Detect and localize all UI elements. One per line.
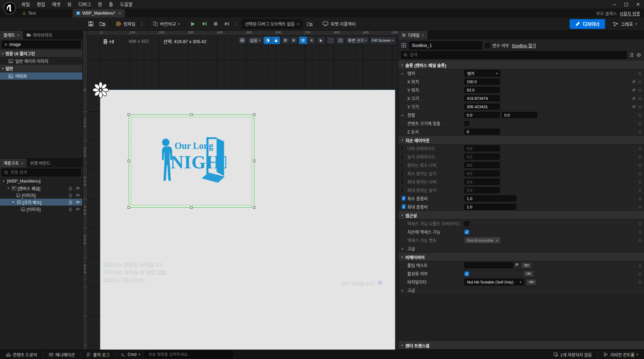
height-override-input[interactable]: 0.0	[464, 154, 500, 160]
menu-window[interactable]: 창	[95, 0, 106, 9]
browse-asset-button[interactable]	[97, 19, 108, 29]
tab-hierarchy[interactable]: 계층구조 ×	[0, 159, 27, 167]
min-desired-width-input[interactable]: 0.0	[464, 162, 500, 168]
view-options-icon[interactable]	[629, 53, 634, 57]
hierarchy-search-input[interactable]	[10, 170, 78, 175]
stop-button[interactable]	[211, 19, 221, 29]
eye-icon[interactable]	[75, 200, 80, 204]
maximize-button[interactable]	[620, 0, 632, 9]
lock-open-icon[interactable]	[68, 193, 73, 198]
save-button[interactable]	[85, 19, 96, 29]
bind-diamond-icon[interactable]: ◇	[638, 263, 641, 267]
tooltip-bind-button[interactable]	[521, 262, 532, 269]
reset-icon[interactable]: ↺	[632, 104, 635, 109]
alignment-y-input[interactable]: 0.0	[502, 112, 537, 118]
settings-gear-icon[interactable]	[636, 53, 641, 57]
max-desired-width-checkbox[interactable]	[402, 180, 402, 184]
bind-diamond-icon[interactable]: ◇	[638, 105, 641, 109]
expander-icon[interactable]: ▾	[6, 186, 10, 190]
tree-row-canvas-panel[interactable]: ▾ [캔버스 패널]	[0, 185, 82, 192]
menu-help[interactable]: 도움말	[117, 0, 136, 9]
bind-diamond-icon[interactable]: ◇	[638, 155, 641, 159]
expander-icon[interactable]: ▾	[1, 180, 6, 183]
bind-diamond-icon[interactable]: ◇	[638, 230, 641, 234]
max-aspect-input[interactable]: 1.0	[464, 204, 516, 210]
tab-details[interactable]: 디테일 ×	[398, 31, 427, 39]
max-aspect-checkbox[interactable]: ✓	[402, 204, 406, 209]
close-icon[interactable]: ×	[21, 161, 23, 165]
size-to-content-checkbox[interactable]	[464, 121, 469, 126]
details-searchbox[interactable]	[401, 51, 627, 59]
min-desired-width-checkbox[interactable]	[402, 163, 402, 167]
bind-diamond-icon[interactable]: ◇	[638, 222, 641, 225]
bind-diamond-icon[interactable]: ◇	[638, 71, 641, 75]
rotation-snap-button[interactable]: R	[290, 37, 298, 44]
selection-handle[interactable]	[190, 113, 193, 116]
selection-handle[interactable]	[253, 113, 255, 116]
palette-category-uiplugin[interactable]: ▾ 범용 UI 플러그인	[0, 50, 82, 57]
x-position-input[interactable]: 100.0	[464, 79, 500, 85]
max-desired-height-checkbox[interactable]	[402, 188, 402, 192]
tab-library[interactable]: 라이브러리	[23, 31, 56, 39]
width-override-input[interactable]: 0.0	[464, 145, 500, 151]
grid-snap-value-button[interactable]: 4	[307, 37, 316, 44]
compile-options-button[interactable]: ⋮	[139, 19, 145, 29]
debug-browse-button[interactable]	[304, 19, 315, 29]
min-aspect-checkbox[interactable]: ✓	[402, 196, 406, 201]
unreal-engine-logo[interactable]	[3, 2, 16, 15]
palette-search-input[interactable]	[9, 42, 78, 47]
bind-diamond-icon[interactable]: ◇	[638, 88, 641, 92]
lock-open-icon[interactable]	[68, 200, 73, 205]
tree-row-root[interactable]: ▾ [WBP_MainMenu]	[0, 178, 82, 185]
dpi-settings-gear-icon[interactable]	[377, 280, 383, 285]
cursor-tool-button[interactable]	[317, 37, 325, 44]
details-search-input[interactable]	[410, 53, 624, 57]
x-size-input[interactable]: 419.873474	[464, 95, 500, 101]
selection-handle[interactable]	[128, 113, 130, 116]
max-desired-width-input[interactable]: 0.0	[464, 179, 500, 185]
animation-button[interactable]: 애니메이션	[46, 351, 78, 358]
bind-diamond-icon[interactable]: ◇	[638, 180, 641, 184]
selection-handle[interactable]	[253, 206, 255, 209]
alignment-x-input[interactable]: 0.0	[464, 112, 500, 118]
close-button[interactable]: ✕	[632, 0, 644, 9]
is-enabled-bind-button[interactable]	[523, 271, 534, 277]
expander-icon[interactable]: ▾	[11, 200, 15, 204]
close-icon[interactable]: ×	[17, 33, 19, 37]
min-aspect-input[interactable]: 1.0	[464, 196, 516, 201]
console-command-input[interactable]	[145, 351, 233, 358]
minimize-button[interactable]: ─	[609, 0, 620, 9]
eye-icon[interactable]	[75, 207, 80, 211]
tab-close-icon[interactable]: ×	[119, 11, 121, 16]
preview-none-dropdown[interactable]: 없음 ▾	[248, 37, 262, 44]
bind-diamond-icon[interactable]: ◇	[638, 80, 641, 83]
expander-icon[interactable]: ▸	[402, 113, 407, 117]
expander-icon[interactable]: ▸	[402, 72, 407, 75]
bind-diamond-icon[interactable]: ◇	[638, 113, 641, 117]
widget-canvas[interactable]: Our Long NIGHT	[100, 90, 395, 350]
bind-diamond-icon[interactable]: ◇	[638, 188, 641, 192]
bind-diamond-icon[interactable]: ◇	[638, 205, 641, 209]
open-sizebox-link[interactable]: SizeBox 열기	[512, 42, 536, 48]
reset-icon[interactable]: ↺	[632, 96, 635, 101]
diff-button[interactable]: 버전비교 ▾	[150, 19, 182, 29]
palette-category-common[interactable]: ▾ 일반	[0, 65, 82, 72]
is-variable-checkbox[interactable]	[485, 43, 490, 48]
frame-advance-button[interactable]	[199, 19, 210, 29]
selection-handle[interactable]	[128, 160, 130, 162]
bind-diamond-icon[interactable]: ◇	[638, 238, 641, 242]
clear-search-icon[interactable]: ✕	[4, 42, 7, 47]
visibility-dropdown[interactable]: Not Hit-Testable (Self Only) ▾	[464, 279, 524, 285]
menu-edit[interactable]: 편집	[33, 0, 49, 9]
width-override-checkbox[interactable]	[402, 146, 402, 151]
palette-searchbox[interactable]: ✕	[2, 41, 81, 48]
screen-size-dropdown[interactable]: 화면 크기 ▾	[346, 37, 369, 44]
section-behavior[interactable]: ▾ 비헤이비어	[398, 253, 644, 261]
bind-diamond-icon[interactable]: ◇	[638, 163, 641, 167]
hierarchy-searchbox[interactable]	[2, 169, 81, 176]
fill-screen-dropdown[interactable]: Fill Screen ▾	[370, 37, 396, 44]
compile-button[interactable]: 컴파일	[113, 19, 138, 29]
localization-flag-icon[interactable]	[515, 263, 519, 268]
lock-toggle-button[interactable]	[272, 37, 280, 44]
accessible-override-checkbox[interactable]	[464, 221, 469, 226]
